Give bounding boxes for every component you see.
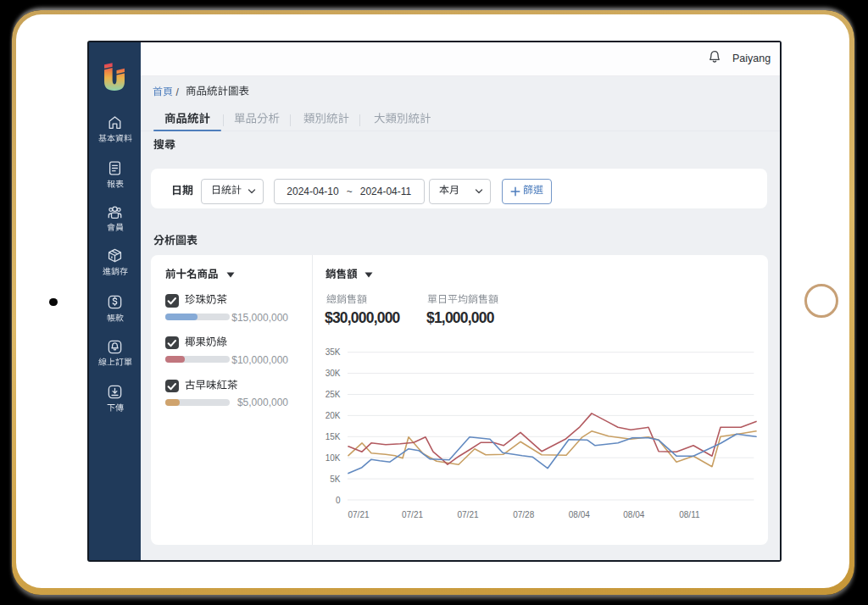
svg-text:30K: 30K <box>326 369 341 378</box>
svg-text:25K: 25K <box>326 390 341 399</box>
svg-text:08/04: 08/04 <box>569 510 590 519</box>
svg-text:07/21: 07/21 <box>457 510 478 519</box>
svg-text:5K: 5K <box>330 475 341 484</box>
svg-text:08/11: 08/11 <box>679 510 700 519</box>
svg-text:35K: 35K <box>326 347 341 357</box>
svg-text:07/21: 07/21 <box>402 510 423 519</box>
svg-text:07/21: 07/21 <box>348 510 369 519</box>
svg-text:0: 0 <box>336 496 341 505</box>
svg-text:10K: 10K <box>326 453 341 463</box>
svg-text:08/04: 08/04 <box>623 510 644 519</box>
svg-text:15K: 15K <box>326 432 341 441</box>
svg-text:07/28: 07/28 <box>513 510 534 519</box>
svg-text:20K: 20K <box>326 411 341 420</box>
